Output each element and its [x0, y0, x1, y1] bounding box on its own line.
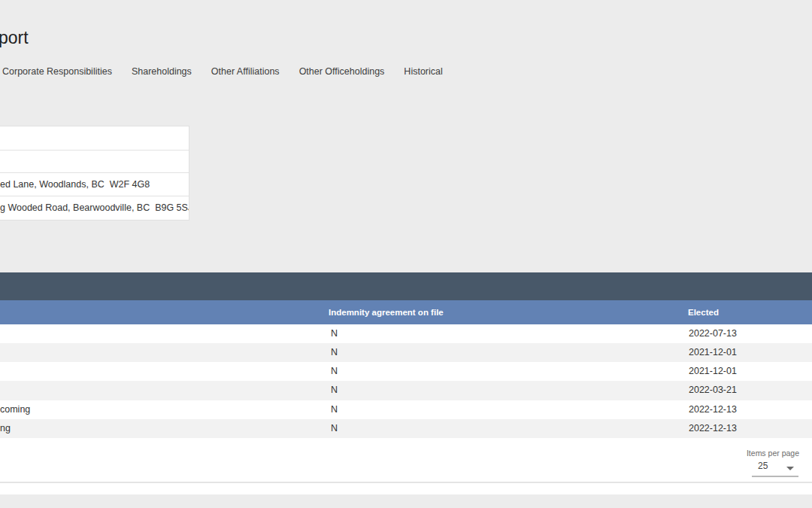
table-row: N 2021-12-01	[0, 362, 812, 381]
cell-elected: 2021-12-01	[689, 343, 737, 362]
table-row: N 2022-07-13	[0, 324, 812, 343]
table-section-title-bar	[0, 272, 812, 300]
page-size-value: 25	[758, 461, 768, 471]
tab-historical[interactable]: Historical	[404, 66, 442, 77]
page-background	[0, 494, 812, 508]
address-panel-row	[0, 126, 189, 151]
cell-indemnity: N	[331, 419, 338, 438]
cell-elected: 2022-12-13	[689, 400, 737, 419]
cell-name: coming	[0, 400, 30, 419]
select-underline	[752, 476, 798, 477]
table-body: N 2022-07-13 N 2021-12-01 N 2021-12-01 N…	[0, 324, 812, 438]
table-row: ng N 2022-12-13	[0, 419, 812, 438]
cell-indemnity: N	[331, 343, 338, 362]
cell-indemnity: N	[331, 400, 338, 419]
cell-indemnity: N	[331, 381, 338, 400]
cell-elected: 2022-07-13	[689, 324, 737, 343]
table-row: N 2021-12-01	[0, 343, 812, 362]
tab-bar: Corporate Responsibilities Shareholdings…	[2, 66, 443, 77]
table-paginator: Items per page 25	[0, 438, 812, 482]
tab-corporate-responsibilities[interactable]: Corporate Responsibilities	[2, 66, 112, 77]
cell-elected: 2022-12-13	[689, 419, 737, 438]
cell-elected: 2022-03-21	[689, 381, 737, 400]
tab-shareholdings[interactable]: Shareholdings	[132, 66, 192, 77]
cell-elected: 2021-12-01	[689, 362, 737, 381]
cell-indemnity: N	[331, 362, 338, 381]
items-per-page-label: Items per page	[747, 449, 799, 458]
address-line: g Wooded Road, Bearwoodville, BC B9G 5SJ	[0, 202, 189, 213]
address-panel-row	[0, 151, 189, 173]
address-panel-row: ed Lane, Woodlands, BC W2F 4G8	[0, 173, 189, 196]
tab-other-officeholdings[interactable]: Other Officeholdings	[299, 66, 385, 77]
chevron-down-icon	[786, 467, 794, 470]
cell-indemnity: N	[331, 324, 338, 343]
address-line: ed Lane, Woodlands, BC W2F 4G8	[0, 179, 150, 190]
tab-other-affiliations[interactable]: Other Affiliations	[211, 66, 280, 77]
column-header-elected: Elected	[688, 300, 719, 324]
table-row: coming N 2022-12-13	[0, 400, 812, 419]
column-header-indemnity: Indemnity agreement on file	[329, 300, 444, 324]
table-column-header-row: Indemnity agreement on file Elected	[0, 300, 812, 324]
address-panel: ed Lane, Woodlands, BC W2F 4G8 g Wooded …	[0, 126, 189, 221]
bottom-card-edge	[0, 483, 812, 494]
table-row: N 2022-03-21	[0, 381, 812, 400]
page-title: port	[0, 28, 29, 48]
address-panel-row: g Wooded Road, Bearwoodville, BC B9G 5SJ	[0, 196, 189, 219]
report-page: port Corporate Responsibilities Sharehol…	[0, 0, 812, 508]
items-per-page-select[interactable]: 25	[752, 459, 800, 477]
cell-name: ng	[0, 419, 11, 438]
